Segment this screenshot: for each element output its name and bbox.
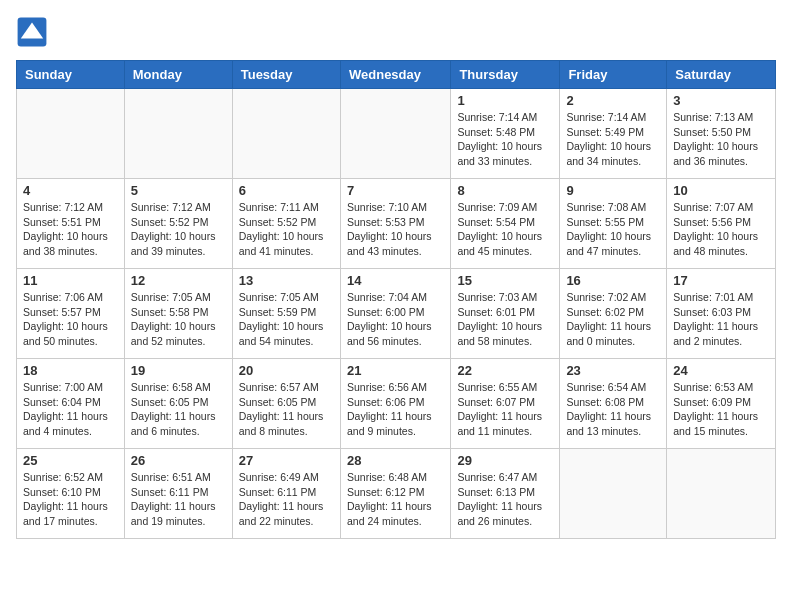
calendar-cell: 26Sunrise: 6:51 AM Sunset: 6:11 PM Dayli… — [124, 449, 232, 539]
day-number: 18 — [23, 363, 118, 378]
calendar-cell — [232, 89, 340, 179]
calendar-cell: 24Sunrise: 6:53 AM Sunset: 6:09 PM Dayli… — [667, 359, 776, 449]
day-number: 4 — [23, 183, 118, 198]
calendar-table: SundayMondayTuesdayWednesdayThursdayFrid… — [16, 60, 776, 539]
calendar-cell: 3Sunrise: 7:13 AM Sunset: 5:50 PM Daylig… — [667, 89, 776, 179]
day-info: Sunrise: 7:07 AM Sunset: 5:56 PM Dayligh… — [673, 200, 769, 259]
day-info: Sunrise: 6:53 AM Sunset: 6:09 PM Dayligh… — [673, 380, 769, 439]
day-info: Sunrise: 7:00 AM Sunset: 6:04 PM Dayligh… — [23, 380, 118, 439]
day-number: 27 — [239, 453, 334, 468]
weekday-header-wednesday: Wednesday — [340, 61, 450, 89]
day-info: Sunrise: 7:01 AM Sunset: 6:03 PM Dayligh… — [673, 290, 769, 349]
day-info: Sunrise: 7:04 AM Sunset: 6:00 PM Dayligh… — [347, 290, 444, 349]
calendar-cell: 10Sunrise: 7:07 AM Sunset: 5:56 PM Dayli… — [667, 179, 776, 269]
day-number: 24 — [673, 363, 769, 378]
day-number: 15 — [457, 273, 553, 288]
calendar-cell: 9Sunrise: 7:08 AM Sunset: 5:55 PM Daylig… — [560, 179, 667, 269]
weekday-header-sunday: Sunday — [17, 61, 125, 89]
day-number: 6 — [239, 183, 334, 198]
day-number: 23 — [566, 363, 660, 378]
calendar-cell: 16Sunrise: 7:02 AM Sunset: 6:02 PM Dayli… — [560, 269, 667, 359]
day-number: 2 — [566, 93, 660, 108]
day-number: 25 — [23, 453, 118, 468]
weekday-header-friday: Friday — [560, 61, 667, 89]
day-number: 26 — [131, 453, 226, 468]
day-number: 21 — [347, 363, 444, 378]
calendar-cell: 29Sunrise: 6:47 AM Sunset: 6:13 PM Dayli… — [451, 449, 560, 539]
calendar-cell: 2Sunrise: 7:14 AM Sunset: 5:49 PM Daylig… — [560, 89, 667, 179]
calendar-cell — [340, 89, 450, 179]
day-number: 9 — [566, 183, 660, 198]
calendar-cell: 15Sunrise: 7:03 AM Sunset: 6:01 PM Dayli… — [451, 269, 560, 359]
day-info: Sunrise: 7:12 AM Sunset: 5:52 PM Dayligh… — [131, 200, 226, 259]
calendar-cell: 28Sunrise: 6:48 AM Sunset: 6:12 PM Dayli… — [340, 449, 450, 539]
day-info: Sunrise: 7:05 AM Sunset: 5:59 PM Dayligh… — [239, 290, 334, 349]
calendar-cell: 13Sunrise: 7:05 AM Sunset: 5:59 PM Dayli… — [232, 269, 340, 359]
day-number: 29 — [457, 453, 553, 468]
calendar-cell: 23Sunrise: 6:54 AM Sunset: 6:08 PM Dayli… — [560, 359, 667, 449]
day-info: Sunrise: 6:55 AM Sunset: 6:07 PM Dayligh… — [457, 380, 553, 439]
calendar-cell: 1Sunrise: 7:14 AM Sunset: 5:48 PM Daylig… — [451, 89, 560, 179]
day-number: 11 — [23, 273, 118, 288]
calendar-cell — [560, 449, 667, 539]
weekday-header-monday: Monday — [124, 61, 232, 89]
day-info: Sunrise: 6:49 AM Sunset: 6:11 PM Dayligh… — [239, 470, 334, 529]
day-number: 28 — [347, 453, 444, 468]
calendar-cell: 8Sunrise: 7:09 AM Sunset: 5:54 PM Daylig… — [451, 179, 560, 269]
logo-icon — [16, 16, 48, 48]
calendar-cell: 4Sunrise: 7:12 AM Sunset: 5:51 PM Daylig… — [17, 179, 125, 269]
day-number: 7 — [347, 183, 444, 198]
calendar-week-row: 4Sunrise: 7:12 AM Sunset: 5:51 PM Daylig… — [17, 179, 776, 269]
calendar-cell: 5Sunrise: 7:12 AM Sunset: 5:52 PM Daylig… — [124, 179, 232, 269]
page-header — [16, 16, 776, 48]
day-info: Sunrise: 6:48 AM Sunset: 6:12 PM Dayligh… — [347, 470, 444, 529]
day-number: 1 — [457, 93, 553, 108]
logo — [16, 16, 52, 48]
day-number: 17 — [673, 273, 769, 288]
day-number: 12 — [131, 273, 226, 288]
weekday-header-row: SundayMondayTuesdayWednesdayThursdayFrid… — [17, 61, 776, 89]
day-number: 13 — [239, 273, 334, 288]
calendar-cell: 25Sunrise: 6:52 AM Sunset: 6:10 PM Dayli… — [17, 449, 125, 539]
calendar-cell: 21Sunrise: 6:56 AM Sunset: 6:06 PM Dayli… — [340, 359, 450, 449]
day-info: Sunrise: 7:06 AM Sunset: 5:57 PM Dayligh… — [23, 290, 118, 349]
day-info: Sunrise: 6:47 AM Sunset: 6:13 PM Dayligh… — [457, 470, 553, 529]
day-info: Sunrise: 7:10 AM Sunset: 5:53 PM Dayligh… — [347, 200, 444, 259]
weekday-header-saturday: Saturday — [667, 61, 776, 89]
day-info: Sunrise: 7:12 AM Sunset: 5:51 PM Dayligh… — [23, 200, 118, 259]
calendar-cell: 11Sunrise: 7:06 AM Sunset: 5:57 PM Dayli… — [17, 269, 125, 359]
calendar-week-row: 1Sunrise: 7:14 AM Sunset: 5:48 PM Daylig… — [17, 89, 776, 179]
weekday-header-tuesday: Tuesday — [232, 61, 340, 89]
calendar-cell: 12Sunrise: 7:05 AM Sunset: 5:58 PM Dayli… — [124, 269, 232, 359]
day-info: Sunrise: 6:56 AM Sunset: 6:06 PM Dayligh… — [347, 380, 444, 439]
calendar-week-row: 11Sunrise: 7:06 AM Sunset: 5:57 PM Dayli… — [17, 269, 776, 359]
day-number: 5 — [131, 183, 226, 198]
day-info: Sunrise: 7:09 AM Sunset: 5:54 PM Dayligh… — [457, 200, 553, 259]
day-info: Sunrise: 7:14 AM Sunset: 5:48 PM Dayligh… — [457, 110, 553, 169]
day-number: 20 — [239, 363, 334, 378]
day-info: Sunrise: 7:14 AM Sunset: 5:49 PM Dayligh… — [566, 110, 660, 169]
calendar-cell: 7Sunrise: 7:10 AM Sunset: 5:53 PM Daylig… — [340, 179, 450, 269]
day-number: 19 — [131, 363, 226, 378]
calendar-cell: 14Sunrise: 7:04 AM Sunset: 6:00 PM Dayli… — [340, 269, 450, 359]
calendar-cell — [124, 89, 232, 179]
day-number: 22 — [457, 363, 553, 378]
day-info: Sunrise: 6:52 AM Sunset: 6:10 PM Dayligh… — [23, 470, 118, 529]
calendar-cell: 22Sunrise: 6:55 AM Sunset: 6:07 PM Dayli… — [451, 359, 560, 449]
day-number: 8 — [457, 183, 553, 198]
calendar-cell: 18Sunrise: 7:00 AM Sunset: 6:04 PM Dayli… — [17, 359, 125, 449]
weekday-header-thursday: Thursday — [451, 61, 560, 89]
calendar-cell: 27Sunrise: 6:49 AM Sunset: 6:11 PM Dayli… — [232, 449, 340, 539]
calendar-week-row: 25Sunrise: 6:52 AM Sunset: 6:10 PM Dayli… — [17, 449, 776, 539]
day-info: Sunrise: 6:58 AM Sunset: 6:05 PM Dayligh… — [131, 380, 226, 439]
day-number: 10 — [673, 183, 769, 198]
day-info: Sunrise: 7:11 AM Sunset: 5:52 PM Dayligh… — [239, 200, 334, 259]
day-info: Sunrise: 7:08 AM Sunset: 5:55 PM Dayligh… — [566, 200, 660, 259]
calendar-cell — [667, 449, 776, 539]
calendar-cell: 20Sunrise: 6:57 AM Sunset: 6:05 PM Dayli… — [232, 359, 340, 449]
day-info: Sunrise: 7:05 AM Sunset: 5:58 PM Dayligh… — [131, 290, 226, 349]
day-info: Sunrise: 7:03 AM Sunset: 6:01 PM Dayligh… — [457, 290, 553, 349]
calendar-cell: 6Sunrise: 7:11 AM Sunset: 5:52 PM Daylig… — [232, 179, 340, 269]
day-info: Sunrise: 6:57 AM Sunset: 6:05 PM Dayligh… — [239, 380, 334, 439]
calendar-week-row: 18Sunrise: 7:00 AM Sunset: 6:04 PM Dayli… — [17, 359, 776, 449]
